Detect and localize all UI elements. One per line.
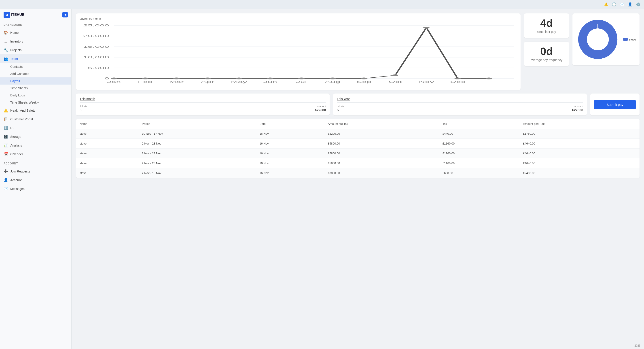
gear-icon[interactable]: ⚙️ xyxy=(636,2,640,7)
col-header-date: Date xyxy=(256,119,324,129)
col-header-amount-pre: Amount pre Tax xyxy=(324,119,439,129)
sidebar-item-label: RFI xyxy=(10,126,16,130)
svg-text:Mar: Mar xyxy=(169,80,184,83)
payroll-table-card: Name Period Date Amount pre Tax Tax Amou… xyxy=(76,119,640,178)
since-last-pay-label: since last pay xyxy=(528,30,565,34)
sidebar-item-inventory[interactable]: ☰ Inventory xyxy=(0,37,71,46)
mail-icon[interactable]: ✉️ xyxy=(620,2,624,7)
cell-name: steve xyxy=(76,129,138,139)
sidebar-item-health-safety[interactable]: ⚠️ Health And Safety xyxy=(0,106,71,115)
sidebar-sub-time-sheets-weekly[interactable]: Time Sheets Weekly xyxy=(0,99,71,106)
bell-icon[interactable]: 🔔 xyxy=(604,2,608,7)
sidebar-item-home[interactable]: 🏠 Home xyxy=(0,28,71,37)
svg-text:Oct: Oct xyxy=(388,80,402,83)
svg-point-22 xyxy=(423,27,430,29)
sidebar-item-label: Team xyxy=(10,57,18,61)
svg-text:15,000: 15,000 xyxy=(83,45,109,48)
cell-period: 2 Nov - 23 Nov xyxy=(138,158,256,168)
cell-tax: £600.00 xyxy=(439,168,520,178)
cell-amount-pre: £3000.00 xyxy=(324,168,439,178)
this-month-grid: tickets 5 amount £22600 xyxy=(80,105,326,112)
svg-text:0: 0 xyxy=(104,77,109,80)
submit-pay-button[interactable]: Submit pay xyxy=(594,100,636,109)
cell-amount-post: £1760.00 xyxy=(520,129,640,139)
sidebar-item-label: Messages xyxy=(10,187,24,191)
sidebar-item-label: Analysis xyxy=(10,144,22,147)
clock-icon[interactable]: 🕐 xyxy=(612,2,616,7)
sidebar-item-label: Customer Portal xyxy=(10,117,33,121)
payroll-label: Payroll xyxy=(10,79,20,83)
sidebar-item-rfi[interactable]: ℹ️ RFI xyxy=(0,124,71,132)
sidebar-sub-add-contacts[interactable]: Add Contacts xyxy=(0,70,71,77)
dashboard-section-label: DASHBOARD xyxy=(0,20,71,28)
cell-tax: £1160.00 xyxy=(439,139,520,149)
summary-row: This month tickets 5 amount £22600 This … xyxy=(76,94,640,115)
sidebar-item-analysis[interactable]: 📊 Analysis xyxy=(0,141,71,150)
chart-title: payroll by month xyxy=(80,17,517,20)
sidebar-item-label: Home xyxy=(10,31,18,35)
svg-point-24 xyxy=(486,77,492,79)
sidebar-item-join-requests[interactable]: ➕ Join Requests xyxy=(0,167,71,176)
sidebar-item-projects[interactable]: 🔧 Projects xyxy=(0,46,71,54)
main-content-area: payroll by month 25,000 20,000 15,000 10… xyxy=(72,0,644,349)
sidebar-sub-contacts[interactable]: Contacts xyxy=(0,63,71,70)
this-month-amount-value: £22600 xyxy=(204,108,326,112)
cell-amount-pre: £5800.00 xyxy=(324,139,439,149)
this-month-tickets-value: 5 xyxy=(80,108,202,112)
this-year-tickets-label: tickets xyxy=(337,105,459,108)
sidebar-item-team[interactable]: 👥 Team xyxy=(0,54,71,63)
storage-icon: 🗄️ xyxy=(4,134,8,139)
logo-icon: SI xyxy=(4,12,10,18)
messages-icon: ✉️ xyxy=(4,187,8,191)
svg-point-39 xyxy=(587,29,609,50)
sidebar-item-label: Storage xyxy=(10,135,21,139)
sidebar-item-customer-portal[interactable]: 📋 Customer Portal xyxy=(0,115,71,124)
svg-text:Dec: Dec xyxy=(450,80,465,83)
sidebar-sub-payroll[interactable]: Payroll xyxy=(0,77,71,85)
sidebar-sub-daily-logs[interactable]: Daily Logs xyxy=(0,92,71,99)
this-year-title[interactable]: This Year xyxy=(337,97,583,103)
time-sheets-label: Time Sheets xyxy=(10,86,28,90)
cell-period: 2 Nov - 23 Nov xyxy=(138,149,256,158)
cell-tax: £440.00 xyxy=(439,129,520,139)
sidebar-item-account[interactable]: 👤 Account xyxy=(0,176,71,184)
svg-text:Jul: Jul xyxy=(296,80,307,83)
donut-chart xyxy=(576,17,620,62)
svg-text:25,000: 25,000 xyxy=(83,24,109,27)
payroll-chart-card: payroll by month 25,000 20,000 15,000 10… xyxy=(76,14,520,90)
sidebar-logo: SI ITEHUB ◀ xyxy=(0,9,71,20)
sidebar-sub-time-sheets[interactable]: Time Sheets xyxy=(0,85,71,92)
team-icon: 👥 xyxy=(4,57,8,61)
cell-date: 16 Nov xyxy=(256,139,324,149)
user-icon[interactable]: 👤 xyxy=(628,2,632,7)
sidebar-item-label: Inventory xyxy=(10,40,23,43)
cell-date: 16 Nov xyxy=(256,168,324,178)
cell-date: 16 Nov xyxy=(256,158,324,168)
sidebar-item-label: Health And Safety xyxy=(10,109,35,112)
svg-text:Jan: Jan xyxy=(107,80,121,83)
cell-tax: £1160.00 xyxy=(439,158,520,168)
svg-point-14 xyxy=(173,77,180,79)
svg-point-20 xyxy=(361,77,367,79)
year-badge: 2023 xyxy=(634,344,640,347)
sidebar-toggle-button[interactable]: ◀ xyxy=(62,12,68,18)
col-header-amount-post: Amount post Tax xyxy=(520,119,640,129)
since-last-pay-card: 4d since last pay xyxy=(524,14,569,38)
this-month-card: This month tickets 5 amount £22600 xyxy=(76,94,330,115)
sidebar-item-messages[interactable]: ✉️ Messages xyxy=(0,184,71,193)
cell-amount-post: £4640.00 xyxy=(520,139,640,149)
svg-text:Nov: Nov xyxy=(419,80,434,83)
cell-tax: £1160.00 xyxy=(439,149,520,158)
svg-text:Sep: Sep xyxy=(356,80,372,83)
table-row: steve 2 Nov - 23 Nov 16 Nov £5800.00 £11… xyxy=(76,149,640,158)
col-header-name: Name xyxy=(76,119,138,129)
table-row: steve 2 Nov - 23 Nov 16 Nov £5800.00 £11… xyxy=(76,139,640,149)
payroll-chart: 25,000 20,000 15,000 10,000 5,000 0 xyxy=(80,23,517,86)
health-safety-icon: ⚠️ xyxy=(4,108,8,113)
sidebar-item-storage[interactable]: 🗄️ Storage xyxy=(0,132,71,141)
projects-icon: 🔧 xyxy=(4,48,8,52)
sidebar-item-calender[interactable]: 📅 Calender xyxy=(0,150,71,158)
this-month-title[interactable]: This month xyxy=(80,97,326,103)
sidebar-item-label: Join Requests xyxy=(10,170,30,173)
col-header-tax: Tax xyxy=(439,119,520,129)
